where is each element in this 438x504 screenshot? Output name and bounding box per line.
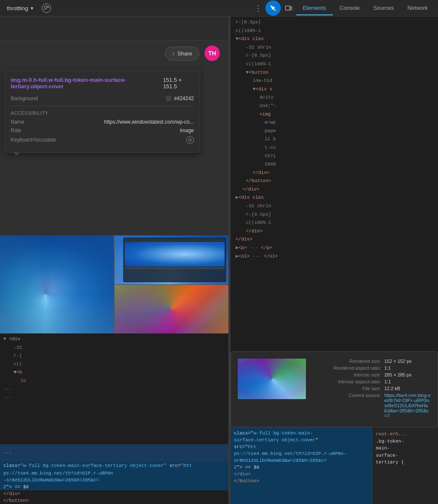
selected-line-4: ps://tse4.mm.bing.net/th?id=OIP.r-uRP0n- — [234, 451, 369, 456]
tab-sources[interactable]: Sources — [367, 1, 401, 15]
mini-panel-content: root-erh... .bg-token- main- surface- te… — [376, 431, 435, 466]
inspector-class-name: img.m-0.h-full.w-full.bg-token-main-surf… — [11, 77, 163, 90]
thumb-rainbow — [115, 285, 228, 334]
code-line-3: r-[ — [0, 352, 228, 360]
acc-name-row: Name https://www.windowslatest.com/wp-co… — [11, 119, 194, 125]
rline-20: </button> — [231, 177, 438, 185]
tab-network[interactable]: Network — [401, 1, 435, 15]
acc-keyboard-value: ⊘ — [186, 136, 194, 144]
rendered-size-row: Rendered size: 152 × 152 px — [313, 359, 431, 364]
share-button[interactable]: ↑ Share — [165, 46, 199, 61]
rline-17: th?i — [231, 152, 438, 161]
device-toolbar-icon[interactable] — [281, 0, 296, 16]
share-icon: ↑ — [172, 50, 175, 57]
left-panel: ↑ Share TH img.m-0.h-full.w-full.bg-toke… — [0, 17, 229, 504]
attr-src-val: htt — [248, 444, 256, 449]
intrinsic-size-value: 285 × 285 px — [381, 372, 431, 377]
rline-25: c((100%-1 — [231, 219, 438, 227]
rline-2: c((100%-1 — [231, 27, 438, 35]
intrinsic-aspect-label: Intrinsic aspect ratio: — [313, 379, 381, 384]
mini-line-5: tertiary { — [376, 459, 435, 466]
acc-keyboard-label: Keyboard-focusable — [11, 137, 56, 143]
code-attr-class-val: "w-full bg-token-main-surface-tertiary o… — [20, 463, 167, 468]
file-size-label: File size: — [313, 386, 381, 391]
webpage-area: ↑ Share TH img.m-0.h-full.w-full.bg-toke… — [0, 41, 228, 333]
mini-line-1: root-erh... — [376, 431, 435, 438]
accessibility-title: ACCESSIBILITY — [11, 110, 194, 116]
throttling-button[interactable]: throttling ▼ — [3, 3, 37, 13]
rline-11: one;": — [231, 102, 438, 110]
selected-line-6: Z"> == $0 — [234, 465, 369, 470]
rline-23: -32 shrin — [231, 202, 438, 211]
more-options-button[interactable]: ⋮ — [251, 3, 265, 13]
color-swatch — [166, 96, 171, 101]
rline-7: ▼<button — [231, 69, 438, 77]
rline-28: ▶<p> ··· </p> — [231, 244, 438, 252]
url-2: srBeS12ULlbXRwHaEd&w=285&h=285&c= — [234, 458, 327, 463]
closing-button: </button> — [234, 478, 259, 484]
selected-line-5: srBeS12ULlbXRwHaEd&w=285&h=285&c= — [234, 458, 369, 463]
no-throttling-icon[interactable] — [42, 3, 51, 13]
devtools-content: r-[0.5px] c((100%-1 ▼<div clas -32 shrin… — [231, 17, 438, 427]
selected-line-8: </button> — [234, 478, 369, 484]
devtools-icon-group — [265, 0, 296, 16]
preview-thumbnail — [238, 359, 306, 399]
attr-class-val: w-full bg-token-main- — [254, 431, 313, 436]
rline-1: r-[0.5px] — [231, 18, 438, 27]
dark-blue-text: ··· — [3, 450, 12, 456]
rline-24: r-[0.5px] — [231, 211, 438, 219]
rendered-aspect-label: Rendered aspect ratio: — [313, 365, 381, 371]
rline-10: acity — [231, 93, 438, 102]
inspector-size: 151.5 × 151.5 — [163, 77, 194, 90]
selected-line-1: class="w-full bg-token-main- — [234, 431, 369, 436]
top-toolbar: throttling ▼ ⋮ Elements Console Sources … — [0, 0, 438, 17]
divider — [11, 106, 194, 106]
acc-role-label: Role — [11, 127, 21, 133]
rendered-size-label: Rendered size: — [313, 359, 381, 364]
closing-div: </div> — [234, 472, 251, 477]
rline-29: ▶<ol> ··· </ol> — [231, 252, 438, 261]
selected-code-block: class="w-full bg-token-main- surface-ter… — [231, 427, 372, 504]
code-tag-button: </button> — [3, 498, 29, 503]
code-line-4: c(( — [0, 360, 228, 369]
tab-elements[interactable]: Elements — [296, 1, 333, 15]
rline-19: </div> — [231, 169, 438, 177]
inspect-element-icon[interactable] — [265, 0, 281, 16]
code-line-2: -32 — [0, 344, 228, 352]
rline-5: r-[0.5px] — [231, 52, 438, 60]
selected-line-3: src="htt — [234, 444, 369, 449]
bottom-section: class="w-full bg-token-main- surface-ter… — [231, 427, 438, 504]
share-label: Share — [177, 50, 192, 57]
tab-console[interactable]: Console — [333, 1, 367, 15]
svg-rect-3 — [290, 7, 292, 10]
attr-class: class — [234, 431, 248, 436]
main-area: ↑ Share TH img.m-0.h-full.w-full.bg-toke… — [0, 17, 438, 504]
code-closing-button: </button> — [0, 497, 228, 504]
intrinsic-aspect-row: Intrinsic aspect ratio: 1:1 — [313, 379, 431, 384]
selected-line-2: surface-tertiary object-cover" — [234, 437, 369, 443]
background-row: Background #424242 — [11, 96, 194, 101]
rline-3: ▼<div clas — [231, 35, 438, 43]
image-preview-popup: Rendered size: 152 × 152 px Rendered asp… — [231, 351, 438, 427]
rendered-size-value: 152 × 152 px — [381, 359, 431, 364]
rline-8: low-hid — [231, 77, 438, 85]
rline-9: ▼<div s — [231, 85, 438, 94]
rline-18: 2968 — [231, 160, 438, 169]
background-label: Background — [11, 96, 38, 101]
code-closing: "> == $0 — [6, 484, 29, 490]
acc-name-value: https://www.windowslatest.com/wp-co... — [104, 119, 194, 125]
background-value: #424242 — [166, 96, 194, 101]
right-mini-panel: root-erh... .bg-token- main- surface- te… — [372, 427, 438, 504]
accessibility-section: ACCESSIBILITY Name https://www.windowsla… — [11, 110, 194, 144]
code-attr-class: class — [3, 463, 17, 468]
avatar: TH — [205, 46, 220, 61]
rline-14: pape — [231, 127, 438, 136]
rline-12: <img — [231, 110, 438, 119]
code-url-part: ps://tse4.mm.bing.net/th?id=OIP.r-uRP0n — [3, 471, 113, 476]
left-bottom-code: ▼ <div -32 r-[ c(( ▼<b lo ··· ··· — [0, 333, 228, 444]
code-url-part-2: -srBeS12ULlbXRwHaEd&w=285&h=285&c= — [3, 478, 99, 483]
inspector-header: img.m-0.h-full.w-full.bg-token-main-surf… — [11, 77, 194, 91]
dark-blue-area: ··· — [0, 444, 228, 461]
rline-15: ll b — [231, 135, 438, 144]
attr-class-val-2: surface-tertiary object-cover — [234, 437, 315, 443]
